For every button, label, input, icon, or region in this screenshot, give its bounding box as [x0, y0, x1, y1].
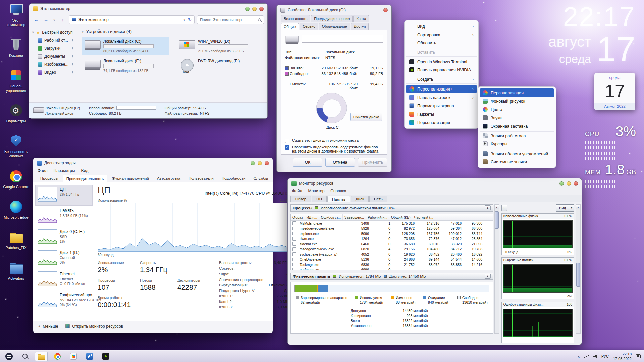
submenu-item[interactable]: Фоновый рисунок [480, 97, 554, 105]
performance-card[interactable]: Диск 1 (D:) Сменный 0% [35, 248, 93, 269]
desktop-icon[interactable]: Безопасность Windows [2, 134, 30, 158]
section-collapse-chevron[interactable]: ∨ [82, 30, 84, 33]
chevron-down-icon[interactable]: ∨ [32, 31, 34, 34]
menubar-item[interactable]: Файл [292, 189, 302, 193]
task-manager-tab[interactable]: Автозагрузка [153, 174, 184, 182]
desktop-icon[interactable]: Панель управления [2, 69, 30, 93]
menubar-item[interactable]: Файл [38, 168, 48, 173]
up-button[interactable]: ↑ [59, 16, 66, 23]
maximize-button[interactable] [258, 161, 262, 165]
scroll-up-arrow[interactable]: ▲ [495, 205, 499, 209]
language-indicator[interactable]: РУС [601, 354, 609, 358]
properties-tab[interactable]: Предыдущие версии [311, 15, 353, 22]
column-header[interactable]: ИД п... [305, 214, 319, 220]
process-row[interactable]: MsMpEng.exe 3408 1 175 316 142 316 47 01… [291, 221, 493, 226]
menu-item[interactable]: Open in Windows Terminal [406, 58, 477, 66]
address-dropdown-chevron[interactable]: ∨ [183, 18, 186, 21]
collapse-button[interactable]: ▲ [485, 205, 491, 210]
taskbar-app-button[interactable] [99, 352, 112, 361]
column-header[interactable]: Завершен... [343, 214, 366, 220]
desktop-icon[interactable]: Microsoft Edge [2, 200, 30, 220]
drive-tile[interactable]: DVD RW дисковод (F:) [176, 57, 264, 75]
menu-item[interactable]: Панель управления NVIDIA [406, 66, 477, 74]
process-row[interactable]: msedgewebview2.exe 6820 4 29 156 104 480… [291, 247, 493, 252]
task-manager-tab[interactable]: Журнал приложений [108, 174, 153, 182]
process-checkbox[interactable] [292, 237, 296, 241]
process-row[interactable]: dwm.exe 1264 0 73 656 72 376 47 012 25 8… [291, 236, 493, 242]
task-manager-tab[interactable]: Службы [250, 174, 272, 182]
close-button[interactable] [259, 7, 264, 11]
process-checkbox[interactable] [292, 227, 296, 230]
collapse-button[interactable]: ▲ [485, 274, 491, 279]
process-checkbox[interactable] [292, 242, 296, 246]
process-checkbox[interactable] [292, 221, 296, 225]
disk-cleanup-button[interactable]: Очистка диска [350, 113, 382, 121]
notification-center-icon[interactable] [636, 354, 641, 358]
column-header[interactable]: Частный (... [412, 214, 435, 220]
submenu-item[interactable]: Персонализация [480, 88, 554, 97]
back-button[interactable]: ← [33, 16, 40, 23]
close-button[interactable] [574, 181, 578, 186]
resource-monitor-titlebar[interactable]: Монитор ресурсов [288, 178, 582, 188]
menu-item[interactable]: Создать [406, 75, 477, 84]
menu-item[interactable]: Вид [406, 22, 477, 31]
menu-item[interactable]: Параметры экрана [406, 102, 477, 110]
sidebar-item[interactable]: Загрузки [32, 44, 76, 52]
taskbar-app-button[interactable] [67, 352, 80, 361]
task-manager-tab[interactable]: Производительность [63, 175, 108, 182]
desktop-icon[interactable]: Этот компьютер [2, 3, 30, 27]
performance-card[interactable]: ЦП 2% 1,34 ГГц [35, 185, 93, 206]
fewer-details-button[interactable]: ∧ Меньше [38, 324, 58, 329]
index-checkbox[interactable] [285, 145, 289, 150]
menu-item[interactable]: Панель настроек [406, 93, 477, 102]
search-input[interactable] [200, 18, 256, 22]
performance-card[interactable]: Графический про... NVIDIA GeForce GTX 10… [35, 290, 93, 311]
apply-button[interactable]: Применить [358, 158, 387, 167]
submenu-item[interactable]: Системные значки [480, 158, 554, 166]
submenu-item[interactable]: Курсоры [480, 140, 554, 148]
properties-tab[interactable]: Оборудование [319, 23, 350, 30]
sidebar-item[interactable]: Документы [32, 52, 76, 60]
scroll-up-arrow[interactable]: ▲ [576, 205, 580, 209]
volume-label-input[interactable] [302, 35, 383, 43]
column-header[interactable]: Общий (КБ) [389, 214, 412, 220]
drive-tile[interactable]: Локальный диск (E:) 74,1 ГБ свободно из … [82, 57, 169, 75]
ok-button[interactable]: ОК [293, 158, 322, 167]
taskbar-app-button[interactable] [83, 352, 96, 361]
maximize-button[interactable] [252, 7, 257, 11]
taskbar-app-button[interactable] [3, 352, 15, 361]
task-manager-tab[interactable]: Подробности [218, 174, 249, 182]
process-row[interactable]: explorer.exe 5096 2 128 208 167 756 109 … [291, 231, 493, 236]
process-checkbox[interactable] [292, 268, 296, 270]
menu-item[interactable]: Персонализация+ [406, 85, 477, 93]
minimize-button[interactable] [245, 7, 250, 11]
process-row[interactable]: msedgewebview2.exe 5928 0 82 972 125 664… [291, 226, 493, 231]
properties-titlebar[interactable]: Свойства: Локальный диск (C:) [277, 5, 391, 15]
process-row[interactable]: perfmon.exe 6996 0 [291, 267, 493, 270]
resource-monitor-tab[interactable]: Сеть [369, 196, 387, 202]
menu-item[interactable]: Персонализация [406, 118, 477, 127]
desktop-icon[interactable]: Patches_FIX [2, 231, 30, 250]
desktop-icon[interactable]: Корзина [2, 38, 30, 58]
recent-locations-chevron[interactable]: ∨ [52, 16, 57, 23]
process-row[interactable]: OneDrive.exe 5136 0 24 868 69 144 54 544… [291, 257, 493, 262]
menubar-item[interactable]: Справка [330, 189, 346, 193]
submenu-item[interactable]: Цвета [480, 105, 554, 114]
process-checkbox[interactable] [292, 258, 296, 261]
desktop-icon[interactable]: Activators [2, 261, 30, 281]
resource-monitor-tab[interactable]: Диск [351, 196, 369, 202]
task-manager-tab[interactable]: Процессы [37, 174, 62, 182]
taskbar-app-button[interactable] [19, 352, 32, 361]
menu-item[interactable]: Гаджеты [406, 110, 477, 118]
drive-tile[interactable]: Локальный диск (C:) 80,2 ГБ свободно из … [82, 37, 169, 55]
taskbar-app-button[interactable] [51, 352, 64, 361]
minimize-button[interactable] [559, 181, 564, 186]
performance-card[interactable]: Ethernet Ethernet О: 0 П: 0 кбит/с [35, 269, 93, 290]
maximize-button[interactable] [567, 181, 571, 186]
panel-collapse-button[interactable]: › [501, 205, 507, 211]
tray-clock[interactable]: 22:18 17.08.2022 [613, 352, 632, 361]
explorer-titlebar[interactable]: Этот компьютер [29, 4, 267, 14]
search-box[interactable] [197, 15, 264, 24]
scrollbar-thumb[interactable] [576, 263, 580, 287]
resource-monitor-tab[interactable]: Обзор [290, 196, 311, 202]
